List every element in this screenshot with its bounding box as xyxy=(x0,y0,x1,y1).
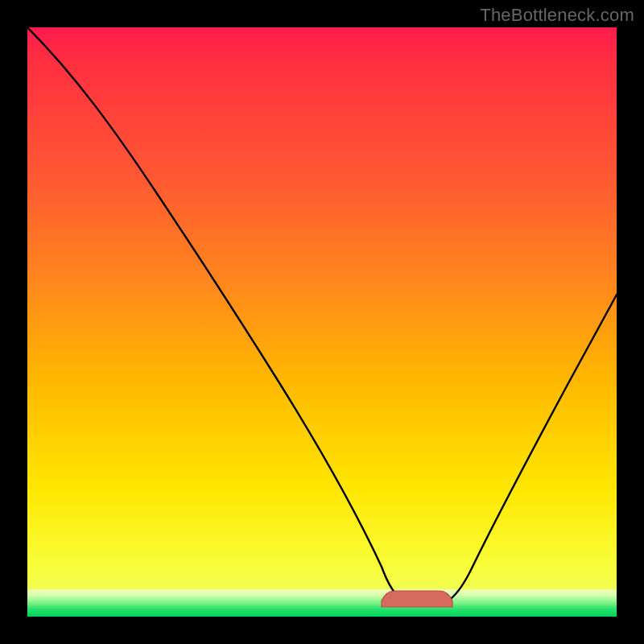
plot-area xyxy=(27,27,617,617)
watermark-text: TheBottleneck.com xyxy=(480,5,634,26)
chart-frame: TheBottleneck.com xyxy=(0,0,644,644)
optimal-range-marker xyxy=(382,591,452,607)
bottleneck-curve xyxy=(27,27,617,602)
curve-layer xyxy=(27,27,617,617)
